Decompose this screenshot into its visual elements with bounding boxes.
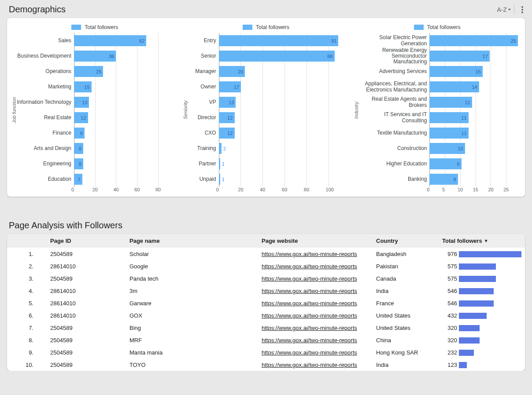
followers-value: 232	[442, 349, 457, 356]
category-label: Senior	[188, 48, 219, 64]
more-options-button[interactable]	[521, 6, 523, 13]
bar[interactable]: 11	[429, 112, 468, 123]
bar[interactable]: 15	[429, 66, 482, 77]
bar[interactable]: 1	[219, 158, 220, 169]
bar[interactable]: 13	[74, 97, 89, 108]
cell-country: India	[373, 362, 439, 368]
followers-bar	[459, 350, 474, 356]
table-row[interactable]: 2.28614010Googlehttps://www.gox.ai/two-m…	[7, 260, 525, 272]
category-label: Arts and Design	[17, 141, 74, 156]
followers-value: 546	[442, 300, 457, 307]
table-row[interactable]: 9.2504589Manta maniahttps://www.gox.ai/t…	[7, 346, 525, 358]
category-label: IT Services and IT Consulting	[359, 110, 429, 125]
cell-country: China	[373, 337, 439, 344]
bar[interactable]: 91	[219, 35, 339, 46]
table-row[interactable]: 4.286140103mhttps://www.gox.ai/two-minut…	[7, 285, 525, 297]
bar[interactable]: 8	[74, 158, 83, 169]
table-row[interactable]: 1.2504589Scholarhttps://www.gox.ai/two-m…	[7, 248, 525, 260]
cell-page-id: 28614010	[47, 263, 126, 270]
page-website-link[interactable]: https://www.gox.ai/two-minute-reports	[262, 275, 357, 282]
category-label: Engineering	[17, 156, 74, 172]
col-total-followers[interactable]: Total followers ▼	[439, 238, 525, 244]
cell-page-name: Garware	[126, 300, 258, 307]
bar[interactable]: 36	[74, 51, 116, 62]
bar[interactable]: 12	[74, 112, 88, 123]
followers-value: 546	[442, 288, 457, 294]
cell-page-website: https://www.gox.ai/two-minute-reports	[258, 337, 373, 344]
bar[interactable]: 9	[429, 158, 461, 169]
bar[interactable]: 13	[219, 97, 236, 108]
bar-value: 2	[223, 146, 226, 151]
bar[interactable]: 12	[219, 112, 235, 123]
y-axis-title: Industry	[353, 33, 359, 187]
page-website-link[interactable]: https://www.gox.ai/two-minute-reports	[262, 251, 357, 257]
category-label: Finance	[17, 125, 74, 141]
chart-industry: Total followersIndustrySolar Electric Po…	[353, 24, 521, 192]
table-row[interactable]: 7.2504589Binghttps://www.gox.ai/two-minu…	[7, 322, 525, 334]
cell-page-name: Bing	[126, 325, 258, 331]
cell-followers: 575	[439, 263, 525, 270]
page-website-link[interactable]: https://www.gox.ai/two-minute-reports	[262, 349, 357, 356]
bar[interactable]: 11	[429, 128, 468, 139]
cell-followers: 232	[439, 349, 525, 356]
cell-page-website: https://www.gox.ai/two-minute-reports	[258, 325, 373, 331]
bar[interactable]: 25	[429, 35, 518, 46]
bar[interactable]: 10	[429, 143, 465, 154]
bar-value: 7	[78, 177, 80, 182]
bar-value: 88	[327, 54, 332, 59]
bar[interactable]: 9	[74, 128, 85, 139]
col-page-website[interactable]: Page website	[258, 238, 373, 244]
bar[interactable]: 17	[219, 81, 241, 92]
legend-label: Total followers	[256, 24, 289, 30]
bar[interactable]: 1	[219, 174, 220, 185]
bar[interactable]: 17	[429, 51, 489, 62]
bar[interactable]: 8	[74, 143, 83, 154]
x-tick: 100	[326, 187, 348, 192]
bar[interactable]: 15	[74, 81, 92, 92]
table-row[interactable]: 10.2504589TOYOhttps://www.gox.ai/two-min…	[7, 358, 525, 371]
bar[interactable]: 88	[219, 51, 335, 62]
bar[interactable]: 7	[74, 174, 82, 185]
table-row[interactable]: 8.2504589MRFhttps://www.gox.ai/two-minut…	[7, 334, 525, 346]
bar[interactable]: 8	[429, 174, 458, 185]
page-website-link[interactable]: https://www.gox.ai/two-minute-reports	[262, 325, 357, 331]
sort-az-button[interactable]: A‐Z	[497, 6, 507, 13]
row-index: 5.	[7, 300, 47, 307]
row-index: 7.	[7, 325, 47, 331]
page-website-link[interactable]: https://www.gox.ai/two-minute-reports	[262, 300, 357, 307]
page-website-link[interactable]: https://www.gox.ai/two-minute-reports	[262, 337, 357, 344]
bar[interactable]: 12	[219, 128, 235, 139]
bar[interactable]: 14	[429, 81, 479, 92]
col-country[interactable]: Country	[373, 238, 439, 244]
table-row[interactable]: 6.28614010GOXhttps://www.gox.ai/two-minu…	[7, 309, 525, 322]
page-website-link[interactable]: https://www.gox.ai/two-minute-reports	[262, 362, 357, 368]
bar[interactable]: 62	[74, 35, 146, 46]
cell-page-name: Manta mania	[126, 349, 258, 356]
col-page-id[interactable]: Page ID	[47, 238, 126, 244]
table-row[interactable]: 3.2504589Panda techhttps://www.gox.ai/tw…	[7, 272, 525, 285]
cell-page-id: 2504589	[47, 325, 126, 331]
col-page-name[interactable]: Page name	[126, 238, 258, 244]
category-label: Real Estate	[17, 110, 74, 125]
followers-bar	[459, 313, 487, 319]
x-tick: 60	[134, 187, 155, 192]
category-label: VP	[188, 95, 219, 110]
page-website-link[interactable]: https://www.gox.ai/two-minute-reports	[262, 312, 357, 319]
page-website-link[interactable]: https://www.gox.ai/two-minute-reports	[262, 288, 357, 294]
cell-page-id: 2504589	[47, 362, 126, 368]
row-index: 1.	[7, 251, 47, 257]
bar-value: 1	[222, 177, 225, 182]
cell-followers: 432	[439, 312, 525, 319]
category-label: Banking	[359, 172, 429, 187]
bar[interactable]: 20	[219, 66, 245, 77]
bar[interactable]: 12	[429, 97, 472, 108]
bar[interactable]: 2	[219, 143, 222, 154]
table-row[interactable]: 5.28614010Garwarehttps://www.gox.ai/two-…	[7, 297, 525, 309]
cell-page-name: TOYO	[126, 362, 258, 368]
cell-followers: 320	[439, 325, 525, 331]
bar[interactable]: 25	[74, 66, 103, 77]
page-website-link[interactable]: https://www.gox.ai/two-minute-reports	[262, 263, 357, 270]
demographics-title: Demographics	[9, 4, 497, 15]
bar-value: 17	[234, 84, 239, 90]
followers-bar	[459, 325, 480, 331]
